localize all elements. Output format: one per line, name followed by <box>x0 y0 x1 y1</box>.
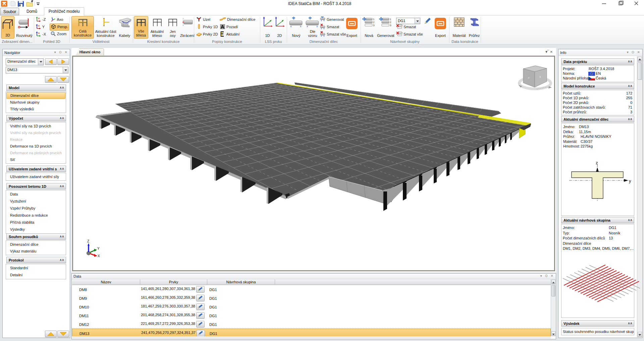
svg-text:Y: Y <box>97 247 100 250</box>
svg-text:Z: Z <box>87 239 89 243</box>
svg-text:X: X <box>98 254 100 258</box>
svg-text:z: z <box>596 160 598 165</box>
svg-text:-Y: -Y <box>527 77 530 79</box>
svg-text:y: y <box>629 178 631 183</box>
svg-text:X: X <box>539 76 541 78</box>
